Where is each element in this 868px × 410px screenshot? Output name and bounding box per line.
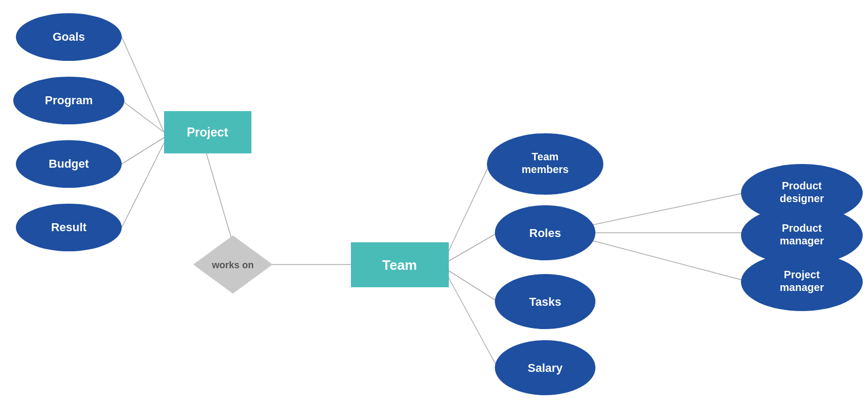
goals-label: Goals xyxy=(52,30,85,43)
team-label: Team xyxy=(382,257,417,273)
project-manager-label-1: Project xyxy=(784,269,820,280)
svg-line-3 xyxy=(122,143,164,227)
svg-line-4 xyxy=(206,153,233,243)
program-label: Program xyxy=(45,94,93,107)
svg-line-1 xyxy=(122,101,164,132)
tasks-label: Tasks xyxy=(529,295,562,308)
product-manager-label-1: Product xyxy=(782,222,822,234)
svg-line-2 xyxy=(122,138,164,164)
budget-label: Budget xyxy=(49,157,89,170)
project-label: Project xyxy=(187,125,228,139)
svg-line-0 xyxy=(122,37,164,132)
svg-line-8 xyxy=(447,270,498,302)
works-on-label: works on xyxy=(211,260,254,270)
project-manager-label-2: manager xyxy=(780,281,824,293)
svg-line-10 xyxy=(593,193,744,225)
team-members-label-1: Team xyxy=(532,151,559,162)
diagram-canvas: Goals Program Budget Result Project work… xyxy=(0,0,868,410)
product-designer-label-2: designer xyxy=(780,193,824,204)
roles-label: Roles xyxy=(529,226,561,240)
svg-line-9 xyxy=(447,275,498,368)
svg-line-6 xyxy=(447,164,490,254)
salary-label: Salary xyxy=(528,361,563,375)
svg-line-12 xyxy=(593,241,744,280)
team-members-label-2: members xyxy=(522,163,569,175)
product-designer-label-1: Product xyxy=(782,180,822,192)
result-label: Result xyxy=(51,221,87,234)
product-manager-label-2: manager xyxy=(780,235,824,247)
